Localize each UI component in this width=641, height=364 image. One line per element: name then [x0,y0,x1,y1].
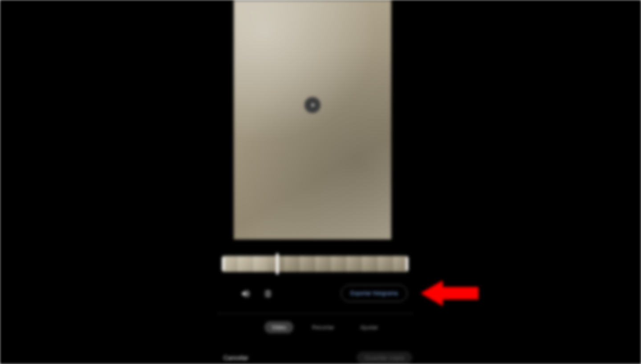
trim-end-handle[interactable] [406,257,408,271]
playhead[interactable] [276,253,279,275]
timeline-thumb [300,256,315,272]
timeline-thumb [253,256,268,272]
stabilize-button[interactable] [263,288,273,299]
timeline-thumbs [222,256,409,272]
export-frame-button[interactable]: Exportar fotograma [341,285,407,302]
section-divider [217,313,413,314]
play-icon [310,102,316,108]
annotation-arrow [421,280,479,306]
cancel-label: Cancelar [223,354,248,361]
timeline-thumb [362,256,377,272]
timeline-thumb [346,256,362,272]
save-label: Guardar copia [365,354,404,361]
export-frame-label: Exportar fotograma [350,290,398,296]
save-copy-button: Guardar copia [357,352,412,364]
speaker-icon [241,289,251,299]
tab-video[interactable]: Video [264,321,293,333]
play-button[interactable] [304,97,320,113]
tab-label: Video [272,324,286,331]
timeline-thumb [315,256,331,272]
tab-label: Recortar [312,324,334,331]
timeline-thumb [377,256,393,272]
tab-adjust[interactable]: Ajustar [353,321,385,333]
editor-tabs: Video Recortar Ajustar [264,321,385,333]
timeline-thumb [331,256,346,272]
timeline-thumb [284,256,300,272]
trim-start-handle[interactable] [222,257,224,271]
cancel-button[interactable]: Cancelar [216,352,256,364]
video-timeline[interactable] [222,256,409,272]
stabilize-icon [263,289,273,299]
video-preview[interactable] [234,0,391,239]
tab-label: Ajustar [360,324,378,331]
tab-crop[interactable]: Recortar [305,321,341,333]
timeline-thumb [237,256,253,272]
sound-button[interactable] [240,288,251,299]
